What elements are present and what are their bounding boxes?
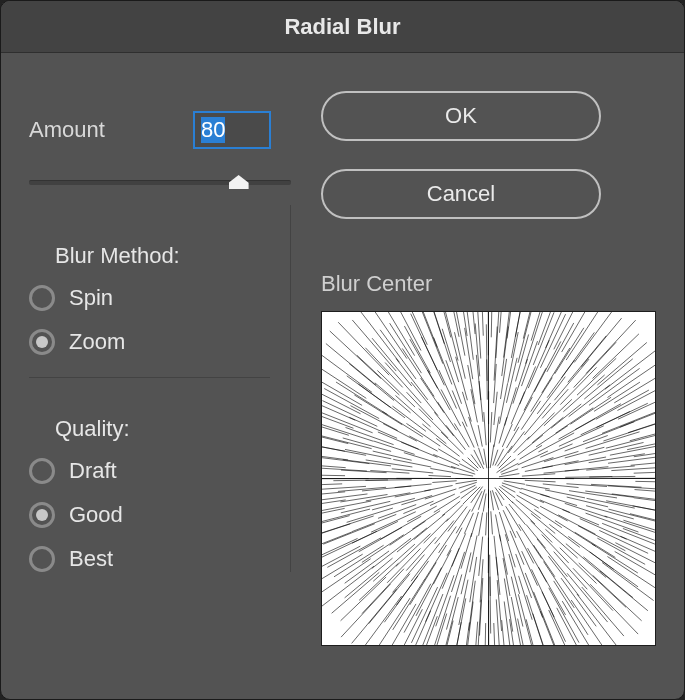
svg-line-45 [519,492,543,503]
right-column: OK Cancel Blur Center [291,81,656,671]
amount-input[interactable] [193,111,271,149]
svg-line-58 [464,513,473,534]
blur-method-radio-zoom[interactable]: Zoom [29,329,270,355]
svg-line-495 [434,312,444,344]
svg-line-186 [397,528,427,552]
svg-line-112 [461,533,472,569]
blur-method-title: Blur Method: [55,243,270,269]
slider-thumb[interactable] [229,175,249,189]
svg-line-52 [499,512,508,541]
quality-radio-best[interactable]: Best [29,546,270,572]
svg-line-189 [371,512,416,532]
svg-line-173 [503,558,510,596]
svg-line-499 [473,312,475,334]
svg-line-249 [519,576,533,620]
svg-line-502 [500,312,502,333]
svg-line-96 [540,494,577,505]
svg-line-256 [459,580,468,625]
svg-line-61 [446,505,463,522]
svg-line-93 [522,474,555,476]
amount-label: Amount [29,117,105,143]
svg-line-370 [322,458,369,464]
svg-line-474 [322,466,346,468]
quality-radio-label: Draft [69,458,117,484]
svg-line-251 [504,578,512,631]
svg-line-507 [538,312,550,345]
svg-line-339 [518,594,531,645]
quality-radio-good[interactable]: Good [29,502,270,528]
svg-line-50 [506,506,521,531]
dialog-body: Amount Blur Method: SpinZoom Quality: Dr… [1,53,684,699]
svg-line-523 [628,424,655,433]
svg-line-405 [574,342,616,387]
svg-line-166 [542,535,569,564]
svg-line-40 [501,469,518,475]
svg-line-515 [593,334,639,379]
svg-line-90 [518,451,548,465]
svg-line-80 [484,412,486,445]
quality-radio-label: Good [69,502,123,528]
quality-group: Quality: DraftGoodBest [29,416,270,572]
svg-line-76 [454,423,469,447]
svg-line-3 [504,481,525,484]
svg-line-51 [503,510,516,538]
svg-line-202 [392,406,425,431]
svg-line-136 [441,389,461,426]
svg-line-25 [459,464,474,472]
svg-line-31 [484,449,487,469]
svg-line-62 [442,501,460,516]
quality-radio-draft[interactable]: Draft [29,458,270,484]
svg-line-137 [452,390,467,426]
svg-line-235 [586,506,634,519]
svg-line-348 [435,596,451,645]
svg-line-415 [610,447,655,456]
svg-line-143 [499,383,507,424]
radio-icon [29,285,55,311]
svg-line-317 [589,454,645,463]
svg-line-440 [526,619,533,645]
blur-center-preview[interactable] [321,311,656,646]
svg-line-59 [456,509,470,533]
svg-line-506 [531,312,540,341]
svg-line-268 [359,527,402,551]
svg-line-479 [322,417,353,429]
svg-line-496 [444,312,451,337]
svg-line-344 [478,600,481,645]
svg-line-198 [374,441,415,454]
blur-method-radio-label: Spin [69,285,113,311]
svg-line-352 [393,580,425,630]
svg-line-205 [411,382,438,416]
svg-line-439 [533,614,543,645]
blur-method-group: Blur Method: SpinZoom [29,243,270,355]
svg-line-448 [457,622,461,645]
svg-line-147 [521,401,540,430]
svg-line-114 [447,528,462,556]
svg-line-431 [590,584,638,634]
svg-line-180 [442,548,459,588]
ok-button[interactable]: OK [321,91,601,141]
svg-line-4 [502,483,522,489]
svg-line-500 [482,312,483,336]
svg-line-400 [540,314,565,368]
svg-line-361 [322,531,377,557]
svg-line-419 [608,486,655,489]
svg-line-324 [602,523,655,544]
svg-line-486 [330,331,381,378]
svg-line-397 [518,312,531,363]
svg-line-446 [476,622,478,645]
quality-title: Quality: [55,416,270,442]
cancel-button[interactable]: Cancel [321,169,601,219]
svg-line-372 [322,436,372,449]
blur-method-radio-spin[interactable]: Spin [29,285,270,311]
svg-line-532 [633,506,655,510]
svg-line-530 [635,490,655,492]
svg-line-67 [432,481,456,483]
svg-line-472 [322,484,342,485]
svg-line-514 [586,320,636,373]
amount-slider[interactable] [29,171,291,195]
svg-line-362 [323,524,375,544]
svg-line-519 [614,378,655,403]
svg-line-528 [634,472,655,473]
svg-line-145 [511,392,525,424]
svg-line-412 [602,412,655,433]
